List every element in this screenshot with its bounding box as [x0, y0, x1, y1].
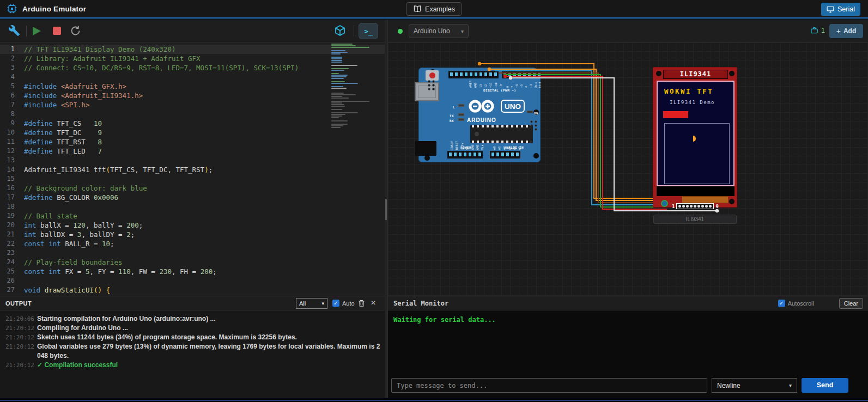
line-number: 12: [0, 147, 24, 156]
splitter-handle[interactable]: [385, 199, 387, 220]
tft-pin[interactable]: [697, 205, 700, 208]
minimap-line: [331, 106, 345, 107]
code-line[interactable]: 10#define TFT_DC 9: [0, 128, 385, 137]
minimap-line: [331, 47, 369, 48]
restart-icon[interactable]: [70, 25, 81, 36]
wire-white-endpoint[interactable]: [715, 209, 719, 212]
code-text: // Background color: dark blue: [24, 184, 147, 193]
code-line[interactable]: 26: [0, 276, 385, 285]
code-line[interactable]: 24// Play-field boundaries: [0, 258, 385, 267]
add-part-button[interactable]: + Add: [829, 24, 863, 38]
minimap-line: [331, 124, 348, 125]
examples-button[interactable]: Examples: [406, 2, 462, 16]
serial-message-input[interactable]: [391, 378, 707, 393]
code-line[interactable]: 12#define TFT_LED 7: [0, 147, 385, 156]
wire-brown[interactable]: [499, 73, 667, 203]
wire-white-endpoint[interactable]: [509, 76, 512, 80]
diagram-canvas[interactable]: AREFGND1312~11~10~987~6~54~32TX→1RX←0IOR…: [388, 42, 868, 296]
tft-pin[interactable]: [709, 205, 712, 208]
ili9341-display[interactable]: ILI9341 WOKWI TFT ILI9341 Demo 1 9: [653, 67, 737, 208]
code-line[interactable]: 11#define TFT_RST 8: [0, 137, 385, 147]
output-filter-select[interactable]: All ▾: [296, 298, 327, 309]
minimap-line: [331, 114, 345, 115]
code-line[interactable]: 18: [0, 202, 385, 211]
code-line[interactable]: 20int ballX = 120, ballY = 200;: [0, 221, 385, 230]
code-line[interactable]: 4: [0, 72, 385, 82]
code-line[interactable]: 3// Connect: CS=10, DC/RS=9, RST=8, LED=…: [0, 63, 385, 72]
code-text: #define BG_COLOR 0x0006: [24, 193, 118, 202]
code-line[interactable]: 23: [0, 248, 385, 258]
code-text: Adafruit_ILI9341 tft(TFT_CS, TFT_DC, TFT…: [24, 165, 213, 174]
code-line[interactable]: 27void drawStaticUI() {: [0, 285, 385, 295]
parts-count-value: 1: [821, 27, 825, 34]
editor-minimap[interactable]: [331, 44, 383, 129]
send-button[interactable]: Send: [802, 378, 848, 393]
title-bar: Arduino Emulator Examples Serial: [0, 0, 868, 19]
monitor-icon: [827, 6, 834, 13]
run-button[interactable]: [33, 27, 41, 35]
code-line[interactable]: 5#include <Adafruit_GFX.h>: [0, 82, 385, 91]
stop-button[interactable]: [53, 27, 61, 35]
output-log[interactable]: 21:20:06Starting compilation for Arduino…: [0, 310, 385, 399]
code-text: int ballDX = 3, ballDY = 2;: [24, 230, 135, 239]
code-line[interactable]: 17#define BG_COLOR 0x0006: [0, 193, 385, 202]
code-line[interactable]: 8: [0, 109, 385, 119]
code-line[interactable]: 14Adafruit_ILI9341 tft(TFT_CS, TFT_DC, T…: [0, 165, 385, 174]
wire-red[interactable]: [505, 76, 667, 209]
app-brand: Arduino Emulator: [7, 3, 86, 14]
code-line[interactable]: 15: [0, 174, 385, 184]
code-line[interactable]: 2// Library: Adafruit ILI9341 + Adafruit…: [0, 54, 385, 63]
code-text: #define TFT_DC 9: [24, 128, 102, 137]
code-line[interactable]: 1// TFT ILI9341 Display Demo (240x320): [0, 45, 385, 54]
output-header: OUTPUT All ▾ ✓ Auto ✕: [0, 296, 385, 310]
code-line[interactable]: 19// Ball state: [0, 211, 385, 221]
wire-orange-1-endpoint[interactable]: [478, 62, 481, 65]
tft-hover-badge: ILI9341: [653, 215, 737, 224]
autoscroll-checkbox[interactable]: ✓: [778, 300, 785, 307]
trash-icon[interactable]: [357, 299, 366, 307]
code-line[interactable]: 9#define TFT_CS 10: [0, 119, 385, 128]
code-text: #include <Adafruit_ILI9341.h>: [24, 91, 143, 100]
serial-toggle-button[interactable]: Serial: [821, 3, 860, 16]
code-line[interactable]: 7#include <SPI.h>: [0, 100, 385, 109]
wire-green[interactable]: [503, 75, 667, 207]
wire-orange-2[interactable]: [489, 69, 667, 200]
tft-pin[interactable]: [701, 205, 704, 208]
terminal-toggle-button[interactable]: >_: [359, 23, 378, 39]
wire-orange-1[interactable]: [479, 64, 667, 198]
line-number: 11: [0, 137, 24, 147]
wrench-icon[interactable]: [8, 25, 20, 36]
wire-blue[interactable]: [495, 71, 667, 205]
code-line[interactable]: 25const int FX = 5, FY = 110, FW = 230, …: [0, 267, 385, 276]
code-line[interactable]: 13: [0, 156, 385, 165]
tft-pin[interactable]: [694, 205, 696, 208]
tft-pin[interactable]: [690, 205, 693, 208]
line-ending-select[interactable]: Newline ▾: [712, 378, 797, 393]
line-number: 3: [0, 63, 24, 72]
tft-pin[interactable]: [678, 205, 681, 208]
minimap-line: [331, 57, 342, 58]
code-line[interactable]: 6#include <Adafruit_ILI9341.h>: [0, 91, 385, 100]
clear-button[interactable]: Clear: [839, 298, 863, 309]
diagram-cube-icon[interactable]: [333, 25, 347, 38]
tft-red-bar: [663, 111, 688, 118]
code-editor[interactable]: 1// TFT ILI9341 Display Demo (240x320)2/…: [0, 42, 385, 296]
tft-pin[interactable]: [686, 205, 689, 208]
tft-pin[interactable]: [682, 205, 685, 208]
serial-input-row: Newline ▾ Send: [388, 376, 868, 395]
tft-pin[interactable]: [705, 205, 708, 208]
minimap-line: [331, 65, 357, 66]
wire-red-endpoint[interactable]: [503, 75, 507, 78]
code-line[interactable]: 21int ballDX = 3, ballDY = 2;: [0, 230, 385, 239]
wire-orange-2-endpoint[interactable]: [488, 68, 491, 71]
auto-checkbox[interactable]: ✓: [332, 300, 339, 307]
chevron-down-icon: ▾: [461, 28, 464, 34]
code-line[interactable]: 16// Background color: dark blue: [0, 184, 385, 193]
minimap-line: [331, 101, 369, 102]
minimap-line: [331, 45, 356, 46]
board-select[interactable]: Arduino Uno ▾: [409, 24, 469, 38]
code-line[interactable]: 22const int BALL_R = 10;: [0, 239, 385, 248]
line-number: 4: [0, 72, 24, 82]
close-icon[interactable]: ✕: [371, 299, 376, 307]
parts-count[interactable]: 1: [810, 26, 825, 34]
